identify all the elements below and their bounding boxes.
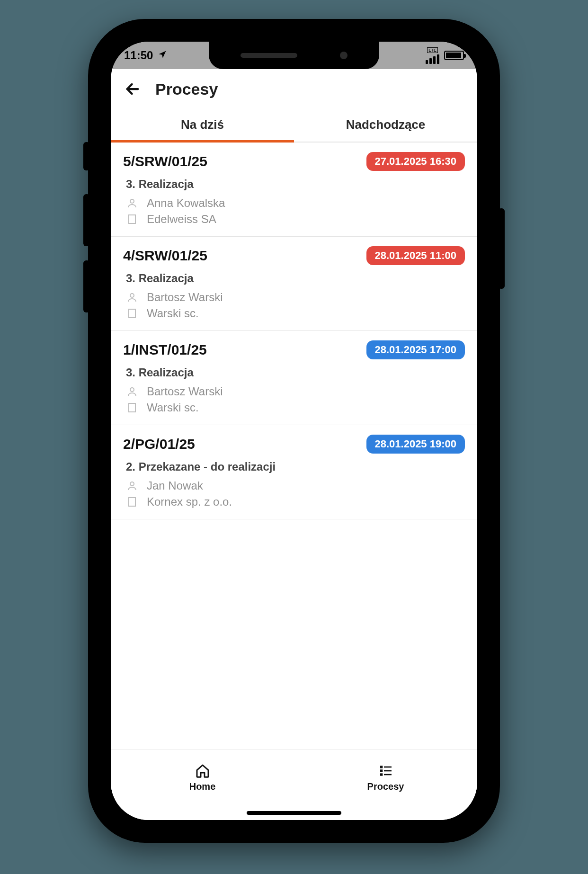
nav-processes[interactable]: Procesy xyxy=(294,749,477,806)
person-name: Jan Nowak xyxy=(147,479,203,492)
company-row: Kornex sp. z o.o. xyxy=(126,495,465,508)
nav-label: Home xyxy=(189,781,216,792)
svg-point-1 xyxy=(130,199,134,203)
nav-label: Procesy xyxy=(367,781,404,792)
svg-rect-17 xyxy=(380,769,383,772)
company-row: Edelweiss SA xyxy=(126,213,465,226)
network-label: LTE xyxy=(427,47,437,53)
svg-rect-12 xyxy=(129,403,135,412)
tab-label: Na dziś xyxy=(181,117,224,132)
svg-rect-2 xyxy=(129,215,135,223)
speaker-grill xyxy=(241,53,297,58)
datetime-badge: 27.01.2025 16:30 xyxy=(366,152,465,171)
svg-point-9 xyxy=(130,294,134,297)
person-row: Bartosz Warski xyxy=(126,291,465,304)
svg-rect-14 xyxy=(129,498,135,506)
battery-icon xyxy=(444,51,464,60)
tabs: Na dziś Nadchodzące xyxy=(111,107,477,143)
tab-upcoming[interactable]: Nadchodzące xyxy=(294,107,477,142)
signal-icon xyxy=(426,54,439,64)
svg-rect-20 xyxy=(384,774,392,776)
list-item[interactable]: 2/PG/01/25 28.01.2025 19:00 2. Przekazan… xyxy=(111,425,477,519)
home-icon xyxy=(195,763,210,778)
status-time: 11:50 xyxy=(124,49,153,62)
svg-point-11 xyxy=(130,388,134,392)
datetime-badge: 28.01.2025 11:00 xyxy=(366,246,465,265)
app-header: Procesy xyxy=(111,69,477,107)
notch xyxy=(209,42,379,69)
arrow-left-icon xyxy=(125,81,141,97)
status-left: 11:50 xyxy=(124,49,167,62)
person-icon xyxy=(126,291,138,303)
person-row: Jan Nowak xyxy=(126,479,465,492)
process-id: 4/SRW/01/25 xyxy=(123,248,207,264)
tab-label: Nadchodzące xyxy=(346,117,426,132)
nav-home[interactable]: Home xyxy=(111,749,294,806)
person-icon xyxy=(126,480,138,492)
process-status: 3. Realizacja xyxy=(126,366,465,379)
building-icon xyxy=(126,213,138,225)
process-status: 2. Przekazane - do realizacji xyxy=(126,460,465,473)
company-row: Warski sc. xyxy=(126,401,465,414)
person-icon xyxy=(126,385,138,398)
person-icon xyxy=(126,197,138,209)
person-name: Bartosz Warski xyxy=(147,385,223,398)
person-name: Anna Kowalska xyxy=(147,196,225,210)
building-icon xyxy=(126,307,138,320)
svg-rect-18 xyxy=(384,770,392,772)
person-row: Bartosz Warski xyxy=(126,385,465,398)
phone-frame: 11:50 LTE xyxy=(88,19,500,843)
process-status: 3. Realizacja xyxy=(126,272,465,285)
tab-today[interactable]: Na dziś xyxy=(111,107,294,142)
process-list[interactable]: 5/SRW/01/25 27.01.2025 16:30 3. Realizac… xyxy=(111,143,477,749)
location-icon xyxy=(158,49,167,62)
front-camera xyxy=(340,52,347,59)
company-name: Edelweiss SA xyxy=(147,213,216,226)
list-item[interactable]: 5/SRW/01/25 27.01.2025 16:30 3. Realizac… xyxy=(111,143,477,237)
home-indicator[interactable] xyxy=(247,811,341,815)
process-id: 1/INST/01/25 xyxy=(123,342,207,358)
datetime-badge: 28.01.2025 17:00 xyxy=(366,340,465,359)
screen: 11:50 LTE xyxy=(111,42,477,820)
person-name: Bartosz Warski xyxy=(147,291,223,304)
person-row: Anna Kowalska xyxy=(126,196,465,210)
bottom-nav: Home Procesy xyxy=(111,749,477,806)
page-title: Procesy xyxy=(155,80,218,98)
svg-point-13 xyxy=(130,482,134,486)
status-right: LTE xyxy=(426,47,464,64)
company-row: Warski sc. xyxy=(126,307,465,320)
building-icon xyxy=(126,496,138,508)
process-id: 5/SRW/01/25 xyxy=(123,153,207,169)
svg-rect-15 xyxy=(380,766,383,768)
home-indicator-area xyxy=(111,806,477,820)
list-item[interactable]: 1/INST/01/25 28.01.2025 17:00 3. Realiza… xyxy=(111,331,477,425)
status-bar: 11:50 LTE xyxy=(111,42,477,69)
building-icon xyxy=(126,401,138,414)
svg-rect-10 xyxy=(129,309,135,318)
list-item[interactable]: 4/SRW/01/25 28.01.2025 11:00 3. Realizac… xyxy=(111,237,477,331)
process-status: 3. Realizacja xyxy=(126,178,465,191)
datetime-badge: 28.01.2025 19:00 xyxy=(366,435,465,454)
company-name: Warski sc. xyxy=(147,401,199,414)
back-button[interactable] xyxy=(123,80,142,98)
svg-rect-16 xyxy=(384,767,392,768)
process-id: 2/PG/01/25 xyxy=(123,436,195,452)
company-name: Kornex sp. z o.o. xyxy=(147,495,232,508)
svg-rect-19 xyxy=(380,773,383,776)
list-icon xyxy=(378,763,393,778)
company-name: Warski sc. xyxy=(147,307,199,320)
